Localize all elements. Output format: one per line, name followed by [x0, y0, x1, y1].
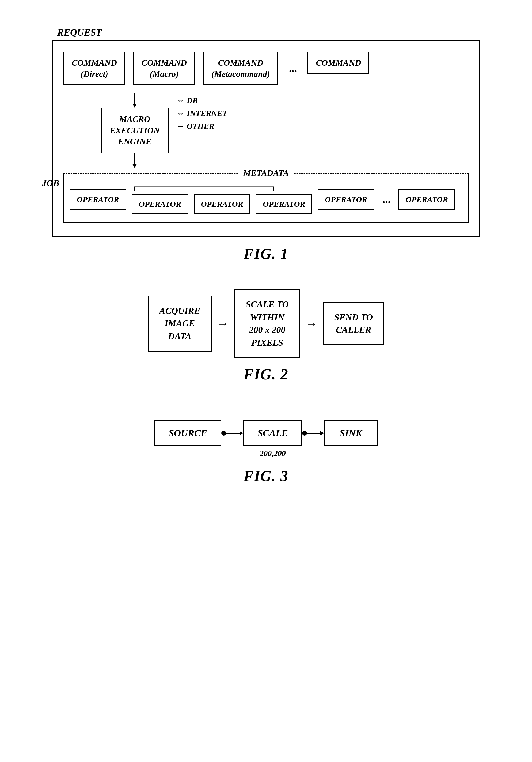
- fig2-arrow-2: →: [300, 317, 323, 331]
- internet-item: ↔ INTERNET: [177, 109, 228, 118]
- other-item: ↔ OTHER: [177, 121, 228, 131]
- db-item: ↔ DB: [177, 96, 228, 105]
- operator-box-5: OPERATOR: [318, 189, 374, 210]
- command-metacommand-box: COMMAND (Metacommand): [203, 52, 278, 85]
- macro-execution-engine-box: MACROEXECUTIONENGINE: [101, 108, 168, 153]
- sink-box: SINK: [324, 420, 377, 446]
- fig2-arrow-1: →: [212, 317, 234, 331]
- job-label: JOB: [42, 178, 59, 188]
- operators-row: OPERATOR OPERATOR: [70, 185, 462, 214]
- send-to-caller-box: SEND TOCALLER: [323, 302, 384, 345]
- db-labels: ↔ DB ↔ INTERNET ↔ OTHER: [168, 93, 228, 131]
- fig1-outer-box: COMMAND (Direct) COMMAND (Macro) COMMAND…: [52, 40, 480, 237]
- line-2: [307, 433, 320, 434]
- fig2-diagram: ACQUIREIMAGEDATA → SCALE TOWITHIN200 x 2…: [79, 289, 453, 358]
- bottom-ellipsis: ...: [380, 193, 393, 206]
- connector-1: [221, 431, 243, 436]
- dot-1: [221, 431, 226, 436]
- request-label: REQUEST: [57, 27, 480, 38]
- command-direct-box: COMMAND (Direct): [63, 52, 125, 85]
- job-area: JOB METADATA OPERATOR: [63, 173, 469, 223]
- line-1: [226, 433, 239, 434]
- command-box: COMMAND: [307, 52, 369, 74]
- scale-label: 200,200: [260, 449, 286, 458]
- operator-box-6: OPERATOR: [398, 189, 455, 210]
- connector-2: [302, 431, 324, 436]
- arrow-2: [320, 431, 324, 435]
- arrow-1: [239, 431, 243, 435]
- fig2-label: FIG. 2: [243, 366, 289, 383]
- metadata-box: METADATA OPERATOR: [63, 173, 469, 223]
- operator-box-4: OPERATOR: [256, 194, 312, 214]
- top-ellipsis: ...: [286, 62, 299, 75]
- fig3-label: FIG. 3: [243, 468, 289, 485]
- fig1-diagram: REQUEST COMMAND (Direct) COMMAND (Macro)…: [52, 27, 480, 237]
- fig3-diagram: SOURCE SCALE 200,200 SINK: [79, 420, 453, 446]
- operator-box-1: OPERATOR: [70, 189, 126, 210]
- fig1-label: FIG. 1: [243, 245, 289, 263]
- scale-container: SCALE 200,200: [243, 420, 302, 446]
- metadata-label: METADATA: [238, 168, 295, 178]
- fig3-flow: SOURCE SCALE 200,200 SINK: [155, 420, 377, 446]
- scale-box: SCALE: [243, 420, 302, 446]
- operator-box-2: OPERATOR: [132, 194, 188, 214]
- command-macro-box: COMMAND (Macro): [133, 52, 195, 85]
- fig1-top-row: COMMAND (Direct) COMMAND (Macro) COMMAND…: [63, 52, 469, 85]
- dot-2: [302, 431, 307, 436]
- page: REQUEST COMMAND (Direct) COMMAND (Macro)…: [0, 0, 532, 506]
- fig2-flow: ACQUIREIMAGEDATA → SCALE TOWITHIN200 x 2…: [148, 289, 384, 358]
- operator-box-3: OPERATOR: [194, 194, 250, 214]
- bracket-svg: [132, 185, 276, 193]
- scale-to-pixels-box: SCALE TOWITHIN200 x 200PIXELS: [234, 289, 300, 358]
- source-box: SOURCE: [155, 420, 221, 446]
- acquire-image-data-box: ACQUIREIMAGEDATA: [148, 296, 212, 351]
